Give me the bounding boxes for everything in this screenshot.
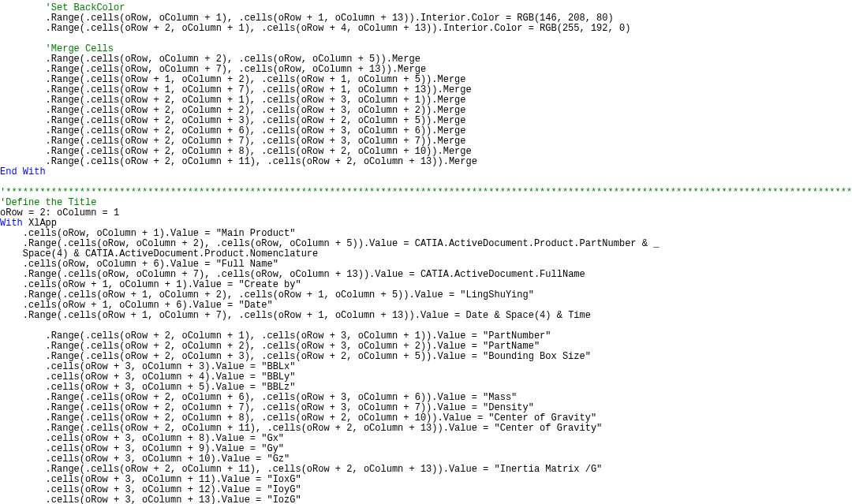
code-line: .Range(.cells(oRow, oColumn + 2), .cells…	[0, 54, 420, 65]
code-line: .Range(.cells(oRow + 1, oColumn + 2), .c…	[0, 74, 466, 85]
code-line: .cells(oRow + 3, oColumn + 4).Value = "B…	[0, 371, 295, 383]
code-line: oRow = 2: oColumn = 1	[0, 207, 119, 218]
code-line: .Range(.cells(oRow + 2, oColumn + 11), .…	[0, 464, 602, 475]
code-line: .cells(oRow + 3, oColumn + 8).Value = "G…	[0, 433, 284, 444]
code-line: .Range(.cells(oRow + 2, oColumn + 1), .c…	[0, 330, 551, 342]
code-line: .Range(.cells(oRow + 2, oColumn + 6), .c…	[0, 125, 466, 136]
code-line: .cells(oRow + 1, oColumn + 1).Value = "C…	[0, 279, 301, 290]
code-line: .cells(oRow + 1, oColumn + 6).Value = "D…	[0, 300, 273, 311]
code-line: .cells(oRow + 3, oColumn + 11).Value = "…	[0, 474, 301, 485]
code-line: '***************************************…	[0, 187, 852, 198]
code-line: .Range(.cells(oRow + 2, oColumn + 1), .c…	[0, 95, 466, 106]
code-comment: 'Define the Title	[0, 197, 96, 208]
code-line: .Range(.cells(oRow + 1, oColumn + 7), .c…	[0, 310, 591, 321]
code-line: .Range(.cells(oRow + 2, oColumn + 2), .c…	[0, 105, 466, 116]
code-line: .cells(oRow + 3, oColumn + 3).Value = "B…	[0, 361, 295, 372]
vba-code-block: 'Set BackColor .Range(.cells(oRow, oColu…	[0, 0, 852, 504]
code-line: .cells(oRow + 3, oColumn + 10).Value = "…	[0, 454, 290, 465]
code-line: .Range(.cells(oRow + 2, oColumn + 8), .c…	[0, 413, 596, 424]
code-line: .Range(.cells(oRow + 2, oColumn + 7), .c…	[0, 402, 534, 413]
code-line: .Range(.cells(oRow + 2, oColumn + 1), .c…	[0, 23, 630, 34]
code-line: .Range(.cells(oRow + 1, oColumn + 7), .c…	[0, 84, 472, 95]
code-comment: 'Set BackColor	[46, 2, 125, 13]
code-line: .Range(.cells(oRow + 2, oColumn + 3), .c…	[0, 115, 466, 126]
code-line: .Range(.cells(oRow + 1, oColumn + 2), .c…	[0, 289, 534, 301]
code-line: .Range(.cells(oRow + 2, oColumn + 7), .c…	[0, 136, 466, 147]
code-comment: '***************************************…	[0, 187, 852, 198]
code-line: .cells(oRow + 3, oColumn + 12).Value = "…	[0, 484, 301, 495]
code-line: 'Merge Cells	[0, 43, 114, 54]
code-line: .Range(.cells(oRow, oColumn + 7), .cells…	[0, 64, 426, 75]
code-keyword: With	[0, 218, 23, 229]
code-line: Space(4) & CATIA.ActiveDocument.Product.…	[0, 248, 318, 259]
code-line: .cells(oRow, oColumn + 6).Value = "Full …	[0, 259, 278, 270]
code-line: .Range(.cells(oRow + 2, oColumn + 8), .c…	[0, 146, 472, 157]
code-keyword: End With	[0, 166, 46, 177]
code-line: .Range(.cells(oRow + 2, oColumn + 11), .…	[0, 156, 477, 167]
code-line: .Range(.cells(oRow + 2, oColumn + 6), .c…	[0, 392, 517, 403]
code-line: 'Set BackColor	[0, 2, 125, 13]
code-line: .Range(.cells(oRow, oColumn + 1), .cells…	[0, 13, 614, 24]
code-line: End With	[0, 166, 46, 177]
code-line: .cells(oRow + 3, oColumn + 9).Value = "G…	[0, 443, 284, 454]
code-comment: 'Merge Cells	[46, 43, 114, 54]
code-line: .Range(.cells(oRow, oColumn + 7), .cells…	[0, 269, 585, 280]
code-line: .Range(.cells(oRow + 2, oColumn + 2), .c…	[0, 341, 540, 352]
code-line: .Range(.cells(oRow + 2, oColumn + 11), .…	[0, 423, 602, 434]
code-line: With XlApp	[0, 218, 57, 229]
code-line: .cells(oRow, oColumn + 1).Value = "Main …	[0, 228, 295, 239]
code-line: .Range(.cells(oRow, oColumn + 2), .cells…	[0, 238, 659, 249]
code-line: .Range(.cells(oRow + 2, oColumn + 3), .c…	[0, 351, 591, 362]
code-line: .cells(oRow + 3, oColumn + 13).Value = "…	[0, 495, 301, 504]
code-line: 'Define the Title	[0, 197, 96, 208]
code-line: .cells(oRow + 3, oColumn + 5).Value = "B…	[0, 382, 295, 393]
